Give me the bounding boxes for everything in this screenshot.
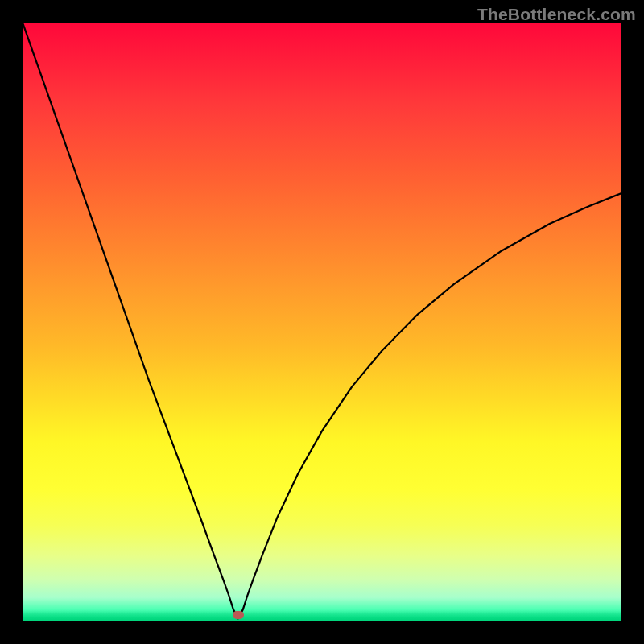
plot-area — [23, 23, 621, 621]
chart-svg — [23, 23, 621, 621]
chart-frame: TheBottleneck.com — [0, 0, 644, 644]
bottleneck-curve — [23, 23, 621, 618]
watermark-text: TheBottleneck.com — [477, 5, 636, 24]
optimal-point-marker — [233, 611, 244, 619]
